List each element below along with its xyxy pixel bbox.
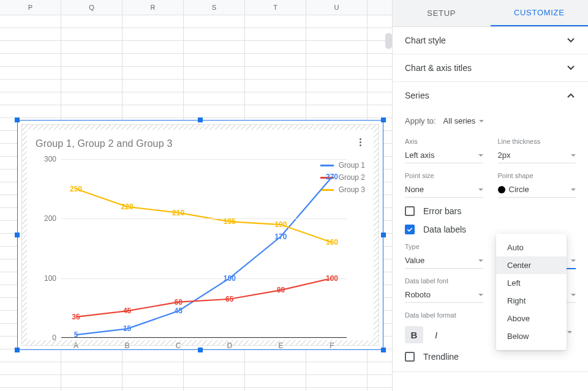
caret-down-icon (571, 294, 576, 296)
spreadsheet-area: P Q R S T U (0, 0, 393, 391)
data-label: 45 (175, 307, 183, 315)
error-bars-row: Error bars (405, 206, 576, 216)
apply-to-row: Apply to: All series (393, 109, 588, 129)
chart-lines (61, 159, 347, 338)
select-value: Roboto (405, 290, 431, 299)
caret-down-icon (571, 154, 576, 157)
section-title: Series (405, 91, 429, 100)
tab-setup[interactable]: SETUP (393, 0, 491, 26)
plot-area: 0100200300ABCDEF515451001702703545606580… (61, 159, 347, 338)
position-option-above[interactable]: Above (496, 310, 567, 327)
chart-overflow-menu[interactable] (355, 137, 365, 147)
chevron-up-icon (566, 91, 576, 100)
circle-icon (498, 186, 505, 193)
trendline-label: Trendline (423, 352, 459, 362)
apply-to-label: Apply to: (405, 116, 436, 125)
col-header[interactable]: T (245, 0, 306, 15)
resize-handle-se[interactable] (381, 348, 386, 352)
data-label: 5 (74, 330, 78, 339)
select-value: Left axis (405, 151, 434, 160)
caret-down-icon (479, 120, 484, 122)
select-value: None (405, 185, 424, 194)
caret-down-icon (478, 259, 483, 262)
trendline-row: Trendline (405, 352, 576, 362)
bold-button[interactable]: B (405, 326, 423, 343)
position-option-auto[interactable]: Auto (496, 239, 567, 256)
caret-down-icon (478, 154, 483, 157)
chart-body: Group 1, Group 2 and Group 3 Group 1 Gro… (27, 130, 374, 340)
caret-down-icon (478, 188, 483, 191)
data-label-font-select[interactable]: Roboto (405, 287, 483, 303)
apply-to-value: All series (443, 116, 476, 125)
data-label: 80 (277, 286, 285, 294)
field-label: Point size (405, 172, 483, 179)
section-chart-style[interactable]: Chart style (393, 27, 588, 54)
data-label: 195 (224, 217, 236, 226)
resize-handle-s[interactable] (198, 348, 203, 352)
section-series-header[interactable]: Series (393, 82, 588, 109)
apply-to-select[interactable]: All series (443, 116, 484, 125)
data-label: 190 (274, 220, 287, 229)
data-label: 100 (224, 274, 236, 283)
italic-button[interactable]: I (427, 326, 445, 343)
field-label: Point shape (498, 172, 576, 179)
tab-customize[interactable]: CUSTOMIZE (491, 0, 589, 26)
line-thickness-select[interactable]: 2px (498, 147, 576, 163)
data-labels-row: Data labels (405, 225, 576, 234)
col-header[interactable]: U (306, 0, 368, 15)
position-dropdown-menu: Auto Center Left Right Above Below (496, 234, 567, 350)
point-shape-select[interactable]: Circle (498, 182, 576, 198)
column-headers: P Q R S T U (0, 0, 392, 15)
position-option-right[interactable]: Right (496, 292, 567, 310)
data-label: 60 (175, 298, 183, 307)
data-label: 170 (274, 233, 287, 241)
caret-down-icon (571, 259, 576, 262)
position-option-left[interactable]: Left (496, 274, 567, 292)
section-title: Chart & axis titles (405, 63, 472, 73)
caret-down-icon (567, 331, 572, 333)
data-label: 15 (123, 324, 131, 333)
field-label: Type (405, 243, 483, 250)
vertical-scrollbar[interactable] (385, 33, 392, 49)
resize-handle-nw[interactable] (15, 117, 20, 122)
col-header[interactable]: R (123, 0, 184, 15)
position-option-center[interactable]: Center (496, 256, 567, 274)
field-label: Data label font (405, 277, 483, 285)
data-label: 35 (72, 313, 80, 321)
resize-handle-n[interactable] (198, 117, 203, 122)
resize-handle-sw[interactable] (15, 348, 20, 352)
section-title: Chart style (405, 35, 446, 45)
chart-title[interactable]: Group 1, Group 2 and Group 3 (36, 138, 173, 149)
caret-down-icon (478, 294, 483, 296)
error-bars-label: Error bars (423, 206, 461, 216)
field-label: Axis (405, 138, 483, 145)
data-label-type-select[interactable]: Value (405, 253, 483, 269)
data-label: 45 (123, 307, 131, 315)
data-label: 65 (225, 295, 233, 303)
col-header[interactable]: Q (61, 0, 123, 15)
data-label: 250 (70, 185, 82, 193)
error-bars-checkbox[interactable] (405, 206, 415, 216)
axis-select[interactable]: Left axis (405, 147, 483, 163)
field-label: Line thickness (498, 138, 576, 145)
resize-handle-w[interactable] (15, 233, 20, 237)
chevron-down-icon (566, 63, 576, 73)
col-header[interactable] (368, 0, 393, 15)
data-label: 160 (326, 238, 338, 247)
select-value: 2px (498, 151, 511, 160)
col-header[interactable]: P (0, 0, 61, 15)
section-chart-axis-titles[interactable]: Chart & axis titles (393, 54, 588, 82)
tab-bar: SETUP CUSTOMIZE (393, 0, 588, 27)
position-option-below[interactable]: Below (496, 327, 567, 345)
data-label: 220 (121, 203, 134, 211)
data-label: 100 (326, 274, 338, 283)
resize-handle-e[interactable] (381, 233, 386, 237)
col-header[interactable]: S (184, 0, 245, 15)
trendline-checkbox[interactable] (405, 352, 415, 362)
chart-object[interactable]: Group 1, Group 2 and Group 3 Group 1 Gro… (17, 120, 383, 350)
point-size-select[interactable]: None (405, 182, 483, 198)
data-label: 270 (326, 173, 338, 181)
chevron-down-icon (566, 35, 576, 45)
data-labels-checkbox[interactable] (405, 225, 415, 234)
resize-handle-ne[interactable] (381, 117, 386, 122)
